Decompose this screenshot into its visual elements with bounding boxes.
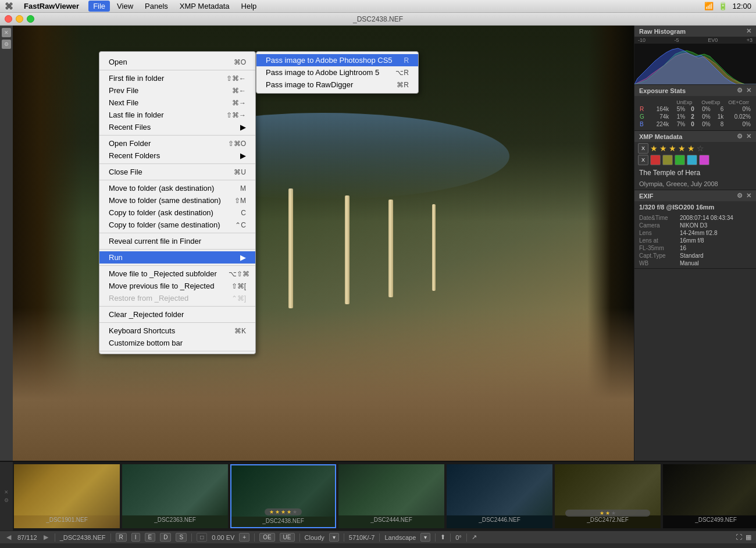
status-divider-8 xyxy=(435,533,436,542)
exposure-close-icon[interactable]: ✕ xyxy=(746,87,751,94)
thumb-dsc1901[interactable]: _DSC1901.NEF xyxy=(14,464,120,528)
menu-help[interactable]: Help xyxy=(237,1,262,12)
thumb-dsc2446[interactable]: _DSC2446.NEF xyxy=(447,464,552,528)
rating-r-btn[interactable]: R xyxy=(116,533,127,542)
minimize-button[interactable] xyxy=(16,15,23,23)
xmp-subtitle-text: Olympia, Greece, July 2008 xyxy=(634,179,756,190)
xmp-header-icons: ⚙ ✕ xyxy=(737,133,751,140)
exif-header: EXIF ⚙ ✕ xyxy=(634,190,756,201)
panel-icon-gear[interactable]: ⚙ xyxy=(2,40,11,49)
menu-open[interactable]: Open ⌘O xyxy=(99,56,255,68)
menu-file[interactable]: File xyxy=(88,1,110,12)
xmp-star-2[interactable]: ★ xyxy=(659,144,667,153)
menu-section-reveal: Reveal current file in Finder xyxy=(99,233,255,250)
statusbar: ◀ 87/112 ▶ _DSC2438.NEF R I E D S □ 0.00… xyxy=(0,531,756,543)
xmp-stars-row-1: X ★ ★ ★ ★ ★ ☆ xyxy=(638,143,753,154)
weather-dropdown-btn[interactable]: ▾ xyxy=(329,533,339,542)
orientation-dropdown-btn[interactable]: ▾ xyxy=(420,533,430,542)
nav-next-btn[interactable]: ▶ xyxy=(42,533,50,542)
menu-move-same[interactable]: Move to folder (same destination) ⇧M xyxy=(99,194,255,207)
status-rotation: 0° xyxy=(455,534,462,541)
run-rawdigger[interactable]: Pass image to RawDigger ⌘R xyxy=(256,79,418,91)
menu-copy-same[interactable]: Copy to folder (same destination) ⌃C xyxy=(99,219,255,231)
xmp-x-btn-2[interactable]: X xyxy=(638,155,648,165)
grid-icon[interactable]: ▦ xyxy=(746,533,751,541)
menu-open-folder[interactable]: Open Folder ⇧⌘O xyxy=(99,137,255,150)
app-name[interactable]: FastRawViewer xyxy=(19,1,84,12)
rating-s-btn[interactable]: S xyxy=(176,533,187,542)
histogram-svg xyxy=(634,44,756,84)
menu-reveal-finder[interactable]: Reveal current file in Finder xyxy=(99,235,255,247)
nav-prev-btn[interactable]: ◀ xyxy=(5,533,13,542)
filmstrip-scroll[interactable]: _DSC1901.NEF _DSC2363.NEF ★ ★ ★ ★ ★ _DSC… xyxy=(13,462,756,531)
xmp-star-1[interactable]: ★ xyxy=(650,144,658,153)
status-share-icon[interactable]: ⬆ xyxy=(440,533,445,541)
histogram-header: Raw Histogram ✕ xyxy=(634,26,756,37)
xmp-star-4[interactable]: ★ xyxy=(678,144,686,153)
menu-next-file[interactable]: Next File ⌘→ xyxy=(99,97,255,109)
xmp-x-btn-1[interactable]: X xyxy=(638,143,648,154)
menu-customize-bar[interactable]: Customize bottom bar xyxy=(99,337,255,349)
status-weather: Cloudy xyxy=(305,534,324,541)
oe-btn[interactable]: OE xyxy=(259,533,274,542)
exposure-gear-icon[interactable]: ⚙ xyxy=(737,87,743,94)
thumb-dsc2472[interactable]: ★ ★ ★ _DSC2472.NEF xyxy=(555,464,661,528)
menu-last-file[interactable]: Last file in folder ⇧⌘→ xyxy=(99,109,255,121)
exposure-row-g: G 74k 1% 2 0% 1k 0.02% xyxy=(638,113,753,120)
titlebar: _DSC2438.NEF xyxy=(0,13,756,26)
menu-xmp[interactable]: XMP Metadata xyxy=(175,1,234,12)
xmp-close-icon[interactable]: ✕ xyxy=(746,133,751,140)
status-divider-4 xyxy=(254,533,255,542)
exif-close-icon[interactable]: ✕ xyxy=(746,192,751,200)
exif-row-camera: Camera NIKON D3 xyxy=(634,222,756,229)
fullscreen-icon[interactable]: ⛶ xyxy=(736,533,742,541)
exif-gear-icon[interactable]: ⚙ xyxy=(737,192,743,200)
menu-section-nav: First file in folder ⇧⌘← Prev File ⌘← Ne… xyxy=(99,70,255,136)
menu-recent-folders[interactable]: Recent Folders ▶ xyxy=(99,150,255,162)
filmstrip-left-panel: ✕ ⚙ xyxy=(0,462,13,531)
thumb-dsc2444[interactable]: _DSC2444.NEF xyxy=(338,464,444,528)
menu-copy-ask[interactable]: Copy to folder (ask destination) C xyxy=(99,207,255,219)
xmp-star-3[interactable]: ★ xyxy=(669,144,676,153)
menu-panels[interactable]: Panels xyxy=(140,1,173,12)
exif-row-wb: WB Manual xyxy=(634,259,756,267)
thumb-dsc2438[interactable]: ★ ★ ★ ★ ★ _DSC2438.NEF xyxy=(230,464,336,528)
run-photoshop-cs5[interactable]: Pass image to Adobe Photoshop CS5 R xyxy=(256,54,418,66)
ue-btn[interactable]: UE xyxy=(280,533,295,542)
rating-i-btn[interactable]: I xyxy=(131,533,140,542)
thumb-dsc2499[interactable]: _DSC2499.NEF xyxy=(663,464,756,528)
menu-view[interactable]: View xyxy=(112,1,138,12)
menu-prev-file[interactable]: Prev File ⌘← xyxy=(99,84,255,97)
xmp-color-green[interactable] xyxy=(675,155,685,165)
menu-keyboard-shortcuts[interactable]: Keyboard Shortcuts ⌘K xyxy=(99,325,255,337)
thumb-dsc2363[interactable]: _DSC2363.NEF xyxy=(122,464,228,528)
exif-row-fl35: FL-35mm 16 xyxy=(634,244,756,252)
menu-run[interactable]: Run ▶ xyxy=(99,251,255,264)
menu-move-rejected[interactable]: Move file to _Rejected subfolder ⌥⇧⌘ xyxy=(99,268,255,280)
exposure-table: UnExp OveExp OE+Corr R 164k 5% 0 0% 6 0% xyxy=(634,96,756,130)
xmp-gear-icon[interactable]: ⚙ xyxy=(737,133,743,140)
run-lightroom-5[interactable]: Pass image to Adobe Lightroom 5 ⌥R xyxy=(256,66,418,79)
menu-move-prev-rejected[interactable]: Move previous file to _Rejected ⇧⌘[ xyxy=(99,280,255,292)
rating-d-btn[interactable]: D xyxy=(160,533,171,542)
histogram-section: Raw Histogram ✕ -10 -5 EV0 +3 xyxy=(634,26,756,85)
xmp-color-red[interactable] xyxy=(650,155,661,165)
rating-e-btn[interactable]: E xyxy=(145,533,156,542)
panel-icon-x[interactable]: ✕ xyxy=(2,28,11,37)
xmp-star-5[interactable]: ★ xyxy=(687,144,695,153)
menu-close-file[interactable]: Close File ⌘U xyxy=(99,166,255,178)
xmp-color-purple[interactable] xyxy=(699,155,709,165)
menu-recent-files[interactable]: Recent Files ▶ xyxy=(99,121,255,133)
status-color-temp: 5710K/-7 xyxy=(349,534,375,541)
xmp-color-yellow[interactable] xyxy=(662,155,673,165)
xmp-color-cyan[interactable] xyxy=(687,155,697,165)
close-button[interactable] xyxy=(5,15,12,23)
menu-clear-rejected[interactable]: Clear _Rejected folder xyxy=(99,308,255,321)
menu-first-file[interactable]: First file in folder ⇧⌘← xyxy=(99,72,255,84)
maximize-button[interactable] xyxy=(27,15,34,23)
menu-move-ask[interactable]: Move to folder (ask destination) M xyxy=(99,182,255,194)
ev-plus-btn[interactable]: + xyxy=(239,533,249,542)
status-zoom-icon[interactable]: ↗ xyxy=(472,533,477,541)
xmp-star-6[interactable]: ☆ xyxy=(697,144,704,153)
histogram-close-icon[interactable]: ✕ xyxy=(746,27,751,35)
